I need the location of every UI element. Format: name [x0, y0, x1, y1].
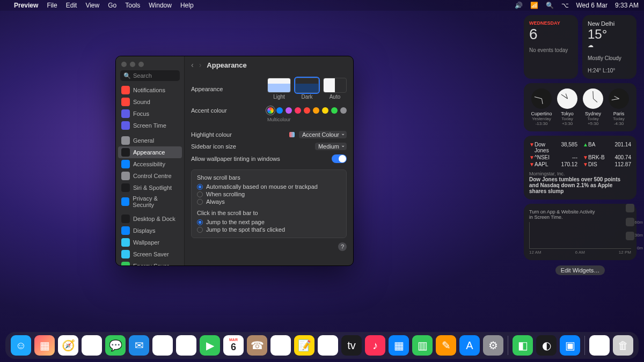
dock-settings[interactable]: ⚙ [483, 335, 503, 356]
scrollclick-option[interactable]: Jump to the spot that's clicked [197, 226, 341, 233]
sidebar-icon-dropdown[interactable]: Medium [315, 143, 347, 150]
scrollbars-option[interactable]: Automatically based on mouse or trackpad [197, 183, 341, 190]
sidebar-item-icon [121, 148, 130, 157]
menu-file[interactable]: File [47, 2, 57, 9]
appearance-option-auto[interactable]: Auto [323, 78, 347, 100]
menubar-time[interactable]: 9:33 AM [615, 2, 639, 9]
dock-messages[interactable]: 💬 [105, 335, 126, 356]
sidebar-item-energy-saver[interactable]: Energy Saver [116, 260, 184, 265]
control-center-icon[interactable]: ⌥ [561, 2, 569, 9]
dock-app3[interactable]: ▣ [560, 335, 580, 356]
menu-go[interactable]: Go [108, 2, 116, 9]
spotlight-icon[interactable]: 🔍 [546, 2, 554, 9]
scrollclick-option[interactable]: Jump to the next page [197, 218, 341, 226]
sidebar-item-appearance[interactable]: Appearance [118, 146, 182, 158]
minimize-button[interactable] [130, 62, 135, 67]
dock-calendar[interactable]: MAR6 [223, 335, 244, 356]
help-button[interactable]: ? [338, 242, 347, 251]
zoom-button[interactable] [138, 62, 144, 67]
sidebar-item-icon [121, 215, 130, 223]
scrollbars-label: When scrolling [206, 191, 245, 197]
calendar-widget[interactable]: Wednesday 6 No events today [524, 15, 578, 79]
accent-swatch[interactable] [313, 107, 319, 114]
menu-window[interactable]: Window [149, 2, 172, 9]
sidebar-item-desktop-dock[interactable]: Desktop & Dock [116, 213, 184, 225]
radio-button [197, 191, 203, 197]
dock-freeform[interactable]: 〰 [318, 335, 338, 356]
appearance-option-light[interactable]: Light [267, 78, 291, 100]
sidebar-item-icon [121, 160, 130, 168]
sidebar-item-screen-saver[interactable]: Screen Saver [116, 248, 184, 260]
stocks-headline: Dow Jones tumbles over 500 points and Na… [529, 176, 631, 194]
sidebar-item-screen-time[interactable]: Screen Time [116, 120, 184, 131]
dock-maps[interactable]: 🗺 [152, 335, 173, 356]
dock-downloads[interactable]: ⬇ [589, 335, 610, 356]
dock-trash[interactable]: 🗑 [613, 335, 633, 356]
sidebar-item-privacy-security[interactable]: Privacy & Security [116, 194, 184, 210]
dock-chrome[interactable]: ◎ [82, 335, 102, 356]
dock-mail[interactable]: ✉ [129, 335, 149, 356]
stock-row: ▼Dow Jones38,585▲BA201.14 [529, 141, 631, 154]
menu-help[interactable]: Help [180, 2, 194, 9]
dock-app2[interactable]: ◐ [536, 335, 557, 356]
dock-photos[interactable]: ✿ [176, 335, 196, 356]
sidebar-item-focus[interactable]: Focus [116, 108, 184, 120]
dock-tv[interactable]: tv [341, 335, 362, 356]
world-clock-widget[interactable]: CupertinoYesterday-13:30TokyoToday+3:30S… [524, 83, 636, 131]
accent-swatch[interactable] [322, 107, 328, 114]
highlight-dropdown[interactable]: Accent Colour [299, 131, 347, 138]
accent-swatch[interactable] [276, 107, 283, 114]
dock-appstore[interactable]: A [459, 335, 480, 356]
sidebar-item-label: Displays [133, 227, 156, 234]
accent-swatch[interactable] [295, 107, 301, 114]
edit-widgets-button[interactable]: Edit Widgets… [555, 265, 605, 275]
accent-swatch[interactable] [340, 107, 347, 114]
dock-reminders[interactable]: ☑ [270, 335, 291, 356]
accent-swatch[interactable] [267, 107, 274, 114]
menubar-date[interactable]: Wed 6 Mar [576, 2, 608, 9]
sidebar-item-wallpaper[interactable]: Wallpaper [116, 237, 184, 248]
sidebar-item-icon [121, 109, 130, 118]
sidebar-item-notifications[interactable]: Notifications [116, 84, 184, 96]
appearance-option-dark[interactable]: Dark [295, 78, 319, 100]
accent-swatch[interactable] [286, 107, 292, 114]
menu-tools[interactable]: Tools [125, 2, 140, 9]
app-name[interactable]: Preview [14, 2, 38, 9]
sidebar-item-general[interactable]: General [116, 135, 184, 146]
sidebar-item-accessibility[interactable]: Accessibility [116, 158, 184, 170]
weather-widget[interactable]: New Delhi 15° ☁ Mostly Cloudy H:24° L:10… [582, 15, 636, 79]
dock-launchpad[interactable]: ▦ [34, 335, 55, 356]
settings-search[interactable]: 🔍 Search [120, 70, 180, 81]
sidebar-item-siri-spotlight[interactable]: Siri & Spotlight [116, 182, 184, 194]
dock-safari[interactable]: 🧭 [58, 335, 78, 356]
screentime-widget[interactable]: Turn on App & Website Activity in Screen… [524, 204, 636, 260]
dock-facetime[interactable]: ▶ [200, 335, 220, 356]
close-button[interactable] [121, 62, 127, 67]
accent-swatch[interactable] [304, 107, 310, 114]
dock-finder[interactable]: ☺ [11, 335, 31, 356]
back-button[interactable]: ‹ [191, 61, 194, 69]
dock-music[interactable]: ♪ [365, 335, 385, 356]
dock-keynote[interactable]: ▦ [389, 335, 409, 356]
window-controls [116, 56, 184, 70]
forward-button[interactable]: › [199, 61, 202, 69]
dock-contacts[interactable]: ☎ [247, 335, 267, 356]
dock-pages[interactable]: ✎ [436, 335, 456, 356]
sidebar-item-displays[interactable]: Displays [116, 225, 184, 237]
scrollbars-option[interactable]: Always [197, 198, 341, 205]
dock-notes[interactable]: 📝 [294, 335, 314, 356]
calendar-day: 6 [529, 27, 573, 42]
volume-icon[interactable]: 🔊 [515, 2, 523, 9]
dock-app1[interactable]: ◧ [513, 335, 533, 356]
wifi-icon[interactable]: 📶 [530, 2, 538, 9]
sidebar-item-control-centre[interactable]: Control Centre [116, 170, 184, 182]
tinting-toggle[interactable] [332, 154, 347, 163]
stocks-widget[interactable]: ▼Dow Jones38,585▲BA201.14▼^NSEI---▼BRK-B… [524, 136, 636, 200]
accent-swatch[interactable] [331, 107, 338, 114]
scrollbars-option[interactable]: When scrolling [197, 190, 341, 198]
dock-numbers[interactable]: ▥ [412, 335, 433, 356]
sidebar-item-sound[interactable]: Sound [116, 96, 184, 108]
menu-edit[interactable]: Edit [66, 2, 77, 9]
stock-symbol: BA [588, 142, 606, 153]
menu-view[interactable]: View [85, 2, 99, 9]
